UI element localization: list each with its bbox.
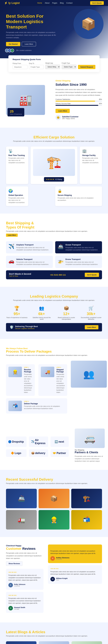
nav-contact[interactable]: Contact bbox=[66, 2, 72, 4]
cargo-card-title-3: Secure Shipping bbox=[58, 194, 100, 196]
process-card-1: 🚚 Step 2 Shipped Package Perspiciatis un… bbox=[38, 364, 67, 396]
stat-num-3: 30k+ bbox=[80, 312, 102, 316]
gallery-item-3: 🚛 bbox=[6, 510, 37, 530]
partner-0: 🔵 Dropship bbox=[6, 436, 26, 447]
hero-get-started-button[interactable]: Get Started bbox=[6, 42, 20, 46]
progress-label-1: Customer Satisfaction bbox=[56, 98, 70, 100]
hero-image: 📦 bbox=[74, 9, 104, 39]
cargo-title: Efficient Cargo Solution bbox=[6, 135, 102, 139]
global-section: 🏭 25 Years of Experience Global Shipping… bbox=[0, 72, 108, 128]
nav-home[interactable]: Home bbox=[37, 2, 42, 4]
reviewer-role-1: Manager bbox=[14, 608, 25, 610]
satisfied-icon: 😊 bbox=[56, 115, 61, 120]
shipping-learn-button[interactable]: Learn More bbox=[6, 234, 18, 237]
hero-content: Best Solution For Modern Logistics Trans… bbox=[6, 14, 60, 52]
nav-blog[interactable]: Blog bbox=[60, 2, 64, 4]
partner-1: ✈️ Air Express bbox=[29, 436, 48, 447]
process-grid: 👷 Step 1 Receive Package Perspiciatis un… bbox=[6, 364, 67, 396]
airplane-icon: ✈️ bbox=[8, 244, 14, 249]
review-text-1: Perspiciatis unde omnis iste natus error… bbox=[8, 597, 41, 604]
gallery-item-2: 🏗️ bbox=[71, 489, 102, 508]
reviewer-2: A Ashley Simmons Customer bbox=[50, 556, 100, 561]
forklift-icon: 🏗️ bbox=[46, 156, 62, 170]
shipping-card-1: 🚢 Ocean Transport Perspiciatis unde omni… bbox=[55, 241, 102, 253]
reviewer-3: W William Knight CEO bbox=[50, 577, 100, 581]
review-card-0: ★★★★★ Perspiciatis unde omnis iste natus… bbox=[6, 569, 44, 590]
leading-header: Leading Logistics Company Perspiciatis u… bbox=[6, 294, 102, 301]
experience-badge: 25 Years of Experience bbox=[8, 108, 24, 116]
global-icon: 🌍 bbox=[8, 189, 26, 193]
cta-strip: Don't Waste A Second Call Us Now +01 014… bbox=[6, 270, 102, 279]
process-description: Perspiciatis unde omnis iste natus error… bbox=[6, 354, 102, 356]
hero-learn-more-button[interactable]: Learn More bbox=[22, 42, 36, 46]
reviews-show-button[interactable]: Show Reviews bbox=[6, 561, 22, 566]
nav-cta-button[interactable]: Get A Quote bbox=[90, 1, 104, 5]
hero-headline: Best Solution For Modern Logistics Trans… bbox=[6, 14, 60, 30]
strip-learn-button[interactable]: Learn More bbox=[85, 325, 98, 329]
process-content: 👷 Step 1 Receive Package Perspiciatis un… bbox=[6, 361, 102, 414]
process-content-0: Step 1 Receive Package Perspiciatis unde… bbox=[24, 367, 32, 394]
reviews-section: Checkout Happy Customer Reviews Perspici… bbox=[0, 537, 108, 622]
quote-submit-button[interactable]: Submit Request bbox=[78, 65, 96, 69]
nav-pages[interactable]: Pages bbox=[52, 2, 57, 4]
partners-logos: 🔵 Dropship ✈️ Air Express ➡️ next 🔶 Logo… bbox=[6, 436, 69, 457]
gallery-item-5: 📬 bbox=[71, 510, 102, 530]
type-select[interactable]: Select Type bbox=[62, 64, 76, 69]
navbar: ⚡ lyLogist Home About Pages Blog Contact… bbox=[0, 0, 108, 6]
blog-card-1: 📦 Supply Chain Why Is Supply Chain Visib… bbox=[39, 641, 69, 644]
tracking-icon: 📡 bbox=[8, 149, 26, 153]
shipping-card-3: 🚁 Drone Transport Perspiciatis unde omni… bbox=[55, 256, 102, 268]
stat-label-2: Award achieved in courier transportation bbox=[56, 317, 77, 320]
review-card-2: ★★★★★ Perspiciatis unde omnis iste natus… bbox=[48, 544, 102, 563]
progress-fill-1 bbox=[56, 101, 95, 102]
partners-title: Partners & Clients bbox=[75, 451, 105, 454]
pickup-input[interactable] bbox=[12, 65, 28, 69]
shield-icon: 🛡️ bbox=[10, 325, 14, 329]
blog-img-1: 📦 bbox=[39, 641, 69, 644]
global-image-container: 🏭 25 Years of Experience bbox=[6, 85, 51, 115]
nav-about[interactable]: About bbox=[45, 2, 49, 4]
shipping-card-0: ✈️ Airplane Transport Perspiciatis unde … bbox=[6, 241, 53, 253]
process-content-2: Step 3 Deliver Package Perspiciatis unde… bbox=[24, 401, 65, 410]
leading-section: Leading Logistics Company Perspiciatis u… bbox=[0, 287, 108, 339]
review-card-1: ★★★★★ Perspiciatis unde omnis iste natus… bbox=[6, 592, 44, 613]
process-header: We Always Follow Best Process To Deliver… bbox=[6, 347, 102, 356]
process-title: Process To Deliver Packages bbox=[6, 350, 102, 354]
process-img-1: 🚚 bbox=[41, 367, 54, 377]
strip-text: 🛡️ Delivering Through Best Secure Logist… bbox=[10, 325, 38, 329]
satisfied-badge: 😊 Satisfied Customer 20k+ Happy clients bbox=[56, 115, 102, 120]
global-learn-more-button[interactable]: Learn More bbox=[56, 109, 70, 113]
review-stars-1: ★★★★★ bbox=[8, 594, 41, 596]
gallery-item-4: 👷 bbox=[38, 510, 69, 530]
blog-grid: 👷 Logistics Choosing The Best Logistics … bbox=[6, 641, 102, 644]
quote-form-section: Request Shipping Quote Form Pickup From … bbox=[8, 55, 100, 72]
delivery-strip: 🛡️ Delivering Through Best Secure Logist… bbox=[6, 323, 102, 332]
drop-input[interactable] bbox=[29, 65, 44, 69]
progress-pct-1: 85% bbox=[99, 98, 102, 100]
review-card-3: ★★★★★ Perspiciatis unde omnis iste natus… bbox=[48, 565, 102, 584]
partner-4: 📦 delivery bbox=[29, 449, 48, 457]
stars-icon: ★★★★★ bbox=[46, 178, 54, 180]
stats-grid: 🏆 95+ Years of experience in business 👥 … bbox=[6, 306, 102, 320]
process-subtitle: We Always Follow Best bbox=[6, 347, 102, 350]
shipping-header: Best Shipping & Types Of Freight Perspic… bbox=[6, 221, 102, 237]
weight-label: Weight (kg) bbox=[45, 62, 60, 64]
stat-num-0: 95+ bbox=[6, 312, 28, 316]
van-icon: 🚐 bbox=[84, 433, 96, 444]
cargo-section: Efficient Cargo Solution Perspiciatis un… bbox=[0, 128, 108, 214]
weight-select[interactable]: Select Weight bbox=[45, 64, 60, 69]
cargo-card-title-1: Storage Facility bbox=[82, 154, 100, 156]
avatar-3: C bbox=[10, 49, 14, 52]
storage-icon: 🏢 bbox=[82, 149, 100, 153]
reviews-right: ★★★★★ Perspiciatis unde omnis iste natus… bbox=[48, 544, 102, 615]
drone-icon: 🚁 bbox=[58, 258, 64, 264]
drop-field: Drop To bbox=[29, 63, 44, 69]
blog-title: Latest Blogs & Articles bbox=[6, 630, 102, 634]
blog-header: Latest Blogs & Articles Perspiciatis und… bbox=[6, 630, 102, 637]
cargo-grid: 📡 Real Time Tracking Perspiciatis unde o… bbox=[6, 146, 102, 206]
cta-strip-button[interactable]: Get A Quote bbox=[85, 273, 99, 277]
cargo-card-title-0: Real Time Tracking bbox=[8, 154, 26, 156]
partner-3: 🔶 Logo bbox=[6, 449, 26, 457]
reviewer-avatar-0: K bbox=[8, 583, 13, 587]
partners-section: 🔵 Dropship ✈️ Air Express ➡️ next 🔶 Logo… bbox=[0, 421, 108, 470]
